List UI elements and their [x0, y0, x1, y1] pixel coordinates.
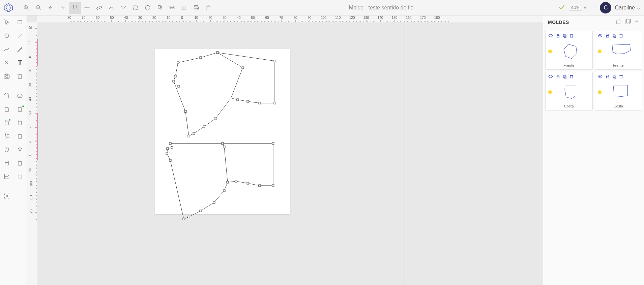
svg-line-27: [18, 34, 22, 38]
paint-icon[interactable]: [154, 2, 166, 14]
trash-icon[interactable]: [202, 2, 214, 14]
svg-rect-81: [570, 35, 573, 37]
panel-collapse-icon[interactable]: [634, 19, 639, 26]
mold-base-tool-icon[interactable]: [0, 89, 13, 102]
paper-sheet[interactable]: [155, 49, 290, 214]
copy-icon[interactable]: [612, 33, 617, 39]
pencil-tool-icon[interactable]: [13, 42, 27, 56]
magnet-snap-icon[interactable]: [69, 2, 81, 14]
mold-card[interactable]: Costa: [595, 72, 642, 110]
delete-mold-icon[interactable]: [569, 74, 574, 80]
copy-icon[interactable]: [562, 74, 567, 80]
mold-card[interactable]: Frente: [595, 31, 642, 70]
dashed-select-icon[interactable]: [129, 2, 142, 14]
tool-pocket-icon[interactable]: [0, 143, 13, 156]
svg-rect-67: [166, 153, 168, 155]
user-name[interactable]: Caroline: [615, 5, 635, 11]
svg-point-36: [6, 195, 7, 197]
delete-mold-icon[interactable]: [619, 33, 623, 39]
ruler-vertical: -100102030405060708090100110120: [27, 22, 37, 285]
svg-rect-39: [177, 62, 179, 64]
undo-icon[interactable]: [45, 2, 57, 14]
tool-vest-5-icon[interactable]: [13, 129, 27, 143]
mold-card[interactable]: Frente: [545, 31, 593, 70]
tool-layers-icon[interactable]: [13, 143, 27, 156]
zoom-out-icon[interactable]: [32, 2, 45, 14]
tool-vest-4-icon[interactable]: [13, 116, 27, 129]
tool-vest-6-icon[interactable]: [13, 156, 27, 170]
svg-rect-49: [173, 80, 175, 82]
tool-marker-icon[interactable]: [0, 156, 13, 170]
lock-icon[interactable]: [556, 74, 560, 80]
svg-rect-78: [557, 35, 559, 37]
panel-mini-2-icon[interactable]: [624, 18, 631, 26]
garment-tool-icon[interactable]: [13, 69, 27, 83]
mold-card[interactable]: Costa: [545, 72, 593, 110]
svg-point-91: [550, 76, 551, 77]
zoom-level[interactable]: 40%: [569, 5, 582, 10]
svg-rect-13: [96, 6, 102, 9]
tool-vest-1-icon[interactable]: [0, 102, 13, 116]
tool-sleeve-icon[interactable]: [0, 129, 13, 143]
select-tool-icon[interactable]: [0, 15, 13, 29]
curve-tool-icon[interactable]: [0, 42, 13, 56]
copy-icon[interactable]: [612, 74, 617, 80]
visibility-icon[interactable]: [598, 74, 603, 80]
svg-rect-46: [193, 132, 195, 134]
delete-mold-icon[interactable]: [569, 33, 574, 39]
text-tool-icon[interactable]: T: [13, 56, 27, 69]
tool-vest-7-icon[interactable]: [13, 170, 27, 183]
svg-rect-48: [184, 110, 186, 113]
tool-vest-2-icon[interactable]: [13, 102, 27, 116]
svg-rect-52: [274, 60, 276, 62]
lock-icon[interactable]: [605, 74, 610, 80]
redo-icon[interactable]: [57, 2, 69, 14]
camera-tool-icon[interactable]: [0, 69, 13, 83]
user-menu-icon[interactable]: ⌄: [636, 4, 641, 11]
layers-icon[interactable]: [166, 2, 178, 14]
user-avatar[interactable]: C: [600, 2, 611, 13]
print-icon[interactable]: [190, 2, 202, 14]
color-dot: [548, 90, 552, 94]
zoom-dropdown-icon[interactable]: ▾: [584, 4, 586, 11]
svg-rect-43: [230, 97, 232, 99]
curve-tool-1-icon[interactable]: [105, 2, 117, 14]
svg-point-97: [599, 76, 601, 77]
check-icon[interactable]: [558, 3, 565, 12]
scan-tool-icon[interactable]: [0, 189, 13, 203]
circle-tool-icon[interactable]: [0, 29, 13, 42]
visibility-icon[interactable]: [548, 33, 553, 39]
curve-tool-2-icon[interactable]: [117, 2, 129, 14]
app-logo[interactable]: [3, 3, 13, 13]
delete-mold-icon[interactable]: [619, 74, 623, 80]
panel-mini-1-icon[interactable]: [615, 18, 622, 26]
rectangle-tool-icon[interactable]: [13, 15, 27, 29]
svg-rect-101: [620, 75, 622, 78]
svg-point-84: [599, 35, 601, 36]
svg-marker-38: [167, 144, 228, 219]
visibility-icon[interactable]: [598, 33, 603, 39]
tool-vest-3-icon[interactable]: [0, 116, 13, 129]
visibility-icon[interactable]: [548, 74, 553, 80]
svg-rect-14: [134, 6, 138, 10]
ghost-icon[interactable]: [178, 2, 190, 14]
svg-rect-54: [259, 102, 261, 104]
measure-tape-icon[interactable]: [13, 89, 27, 102]
svg-marker-1: [6, 3, 11, 12]
lock-icon[interactable]: [556, 33, 560, 39]
line-tool-icon[interactable]: [13, 29, 27, 42]
copy-icon[interactable]: [562, 33, 567, 39]
tool-graph-icon[interactable]: [0, 170, 13, 183]
crosshair-icon[interactable]: [81, 2, 93, 14]
ruler-horizontal: -80-70-60-50-40-30-20-100102030405060708…: [37, 15, 543, 22]
lock-icon[interactable]: [605, 33, 610, 39]
svg-rect-57: [169, 142, 171, 145]
refresh-icon[interactable]: [142, 2, 154, 14]
svg-rect-34: [5, 161, 8, 165]
ruler-icon[interactable]: [93, 2, 105, 14]
svg-rect-72: [259, 185, 261, 187]
zoom-in-icon[interactable]: [20, 2, 32, 14]
delete-tool-icon[interactable]: [0, 56, 13, 69]
canvas[interactable]: -80-70-60-50-40-30-20-100102030405060708…: [27, 15, 543, 285]
svg-rect-20: [195, 8, 198, 10]
